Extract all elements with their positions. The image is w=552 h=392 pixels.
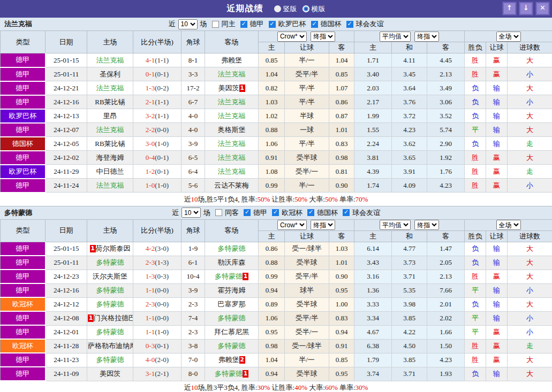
close-button[interactable]: ✕ xyxy=(536,2,549,15)
sub-col-header: 主 xyxy=(354,230,392,242)
handicap-odds-cell: 1.04 xyxy=(259,353,285,367)
match-row: 德甲25-01-151荷尔斯泰因4-2(3-0)1-9多特蒙德0.86受一/球半… xyxy=(1,242,552,256)
league-cell: 德甲 xyxy=(1,325,46,339)
odds-company-select[interactable]: Crow* xyxy=(277,220,307,230)
handicap-odds-cell: 1.00 xyxy=(329,297,354,311)
result-cell: 赢 xyxy=(486,53,508,67)
handicap-odds-cell: 0.91 xyxy=(329,339,354,353)
result-cell: 走 xyxy=(508,339,552,353)
away-team-cell: 霍芬海姆 xyxy=(205,283,259,297)
home-team-cell: RB莱比锡 xyxy=(87,95,133,109)
scope-select[interactable]: 全场 xyxy=(496,32,521,42)
team-label: 法兰克福 xyxy=(218,153,246,162)
average-odds-cell: 3.85 xyxy=(392,311,427,325)
result-cell: 输 xyxy=(486,283,508,297)
average-odds-cell: 3.52 xyxy=(427,109,465,123)
vertical-layout-radio[interactable] xyxy=(274,5,281,12)
match-row: 德甲24-12-01多特蒙德1-1(1-0)2-3拜仁慕尼黑0.95受半/一0.… xyxy=(1,325,552,339)
result-cell: 大 xyxy=(508,109,552,123)
away-team-cell: 法兰克福 xyxy=(205,137,259,151)
sub-col-header: 胜负 xyxy=(465,42,486,53)
away-team-cell: 多特蒙德1 xyxy=(205,367,259,381)
league-filter-checkbox-2[interactable] xyxy=(307,209,314,216)
corner-cell: 3-3 xyxy=(182,67,205,81)
games-count-select[interactable]: 10 xyxy=(178,19,198,29)
average-odds-cell: 3.64 xyxy=(392,81,427,95)
move-down-button[interactable]: ↓ xyxy=(519,2,533,15)
average-odds-select[interactable]: 平均值 xyxy=(380,220,411,230)
date-cell: 24-12-07 xyxy=(46,123,87,137)
corner-cell: 10-4 xyxy=(182,270,205,283)
result-cell: 输 xyxy=(486,256,508,270)
result-scope-group: 全场 xyxy=(465,31,552,42)
league-filter-checkbox-3[interactable] xyxy=(343,209,350,216)
handicap-odds-group: Crow* 终指 xyxy=(259,31,354,42)
handicap-odds-cell: 半/一 xyxy=(285,179,329,193)
handicap-odds-cell: 受平/半 xyxy=(285,270,329,283)
average-odds-select[interactable]: 平均值 xyxy=(380,32,411,42)
league-filter-checkbox-1[interactable] xyxy=(272,209,279,216)
col-header-corner: 角球 xyxy=(182,31,205,53)
rank-badge: 1 xyxy=(243,370,248,378)
score-cell: 1-2(0-1) xyxy=(133,165,182,179)
result-cell: 大 xyxy=(508,53,552,67)
result-cell: 大 xyxy=(508,270,552,283)
home-team-cell: 萨格勒布迪纳摩 xyxy=(87,339,133,353)
team-label: 勒沃库森 xyxy=(218,258,246,266)
match-row: 欧罗巴杯24-12-13里昂3-2(1-1)4-0法兰克福1.02半球0.871… xyxy=(1,109,552,123)
home-team-cell: 1门兴格拉德巴赫 xyxy=(87,311,133,325)
col-header-type: 类型 xyxy=(1,219,46,242)
move-up-button[interactable]: ↑ xyxy=(503,2,516,15)
horizontal-layout-label: 横版 xyxy=(312,4,326,14)
result-cell: 小 xyxy=(508,283,552,297)
result-cell: 大 xyxy=(508,256,552,270)
final-odds-select-right[interactable]: 终指 xyxy=(414,32,439,42)
final-odds-select-right[interactable]: 终指 xyxy=(414,220,439,230)
horizontal-layout-radio[interactable] xyxy=(303,5,309,12)
league-cell: 德甲 xyxy=(1,353,46,367)
home-team-cell: 中日德兰 xyxy=(87,165,133,179)
league-filter-checkbox-0[interactable] xyxy=(240,21,247,28)
handicap-odds-cell: 0.81 xyxy=(329,165,354,179)
date-cell: 24-12-08 xyxy=(46,311,87,325)
same-venue-checkbox[interactable] xyxy=(212,21,219,28)
handicap-odds-cell: 0.85 xyxy=(329,353,354,367)
handicap-odds-cell: 0.82 xyxy=(259,81,285,95)
league-cell: 德甲 xyxy=(1,270,46,283)
odds-company-select[interactable]: Crow* xyxy=(277,32,307,42)
match-row: 德甲24-12-23沃尔夫斯堡1-3(0-3)10-4多特蒙德10.99受平/半… xyxy=(1,270,552,283)
league-cell: 德甲 xyxy=(1,311,46,325)
league-cell: 德甲 xyxy=(1,179,46,193)
average-odds-cell: 2.03 xyxy=(354,81,392,95)
final-odds-select-left[interactable]: 终指 xyxy=(311,220,335,230)
handicap-odds-cell: 0.99 xyxy=(259,179,285,193)
same-venue-checkbox[interactable] xyxy=(215,209,222,216)
games-count-select[interactable]: 10 xyxy=(182,207,201,218)
team-label: 多特蒙德 xyxy=(218,342,246,350)
result-cell: 胜 xyxy=(465,270,486,283)
final-odds-select-left[interactable]: 终指 xyxy=(311,32,335,42)
scope-select[interactable]: 全场 xyxy=(496,220,521,230)
team-label: 法兰克福 xyxy=(218,140,246,148)
league-filter-checkbox-2[interactable] xyxy=(311,21,318,28)
home-team-cell: 法兰克福 xyxy=(87,81,133,95)
league-filter-checkbox-1[interactable] xyxy=(269,21,276,28)
result-cell: 负 xyxy=(465,256,486,270)
average-odds-cell: 4.09 xyxy=(392,179,427,193)
result-cell: 大 xyxy=(508,367,552,381)
average-odds-cell: 1.71 xyxy=(354,53,392,67)
date-cell: 24-11-28 xyxy=(46,339,87,353)
league-filter-checkbox-0[interactable] xyxy=(244,209,251,216)
result-cell: 小 xyxy=(508,311,552,325)
average-odds-cell: 5.35 xyxy=(392,283,427,297)
league-filter-checkbox-3[interactable] xyxy=(346,21,353,28)
team-label: 多特蒙德 xyxy=(218,244,246,252)
team-label: 法兰克福 xyxy=(96,56,124,64)
match-row: 德甲24-11-23多特蒙德4-0(2-0)7-0弗赖堡21.04半/一0.85… xyxy=(1,353,552,367)
corner-cell: 3-9 xyxy=(182,283,205,297)
col-header-date: 日期 xyxy=(46,219,87,242)
sub-col-header: 和 xyxy=(392,230,427,242)
team-label: 法兰克福 xyxy=(218,70,246,78)
away-team-cell: 法兰克福 xyxy=(205,67,259,81)
average-odds-cell: 7.66 xyxy=(427,283,465,297)
